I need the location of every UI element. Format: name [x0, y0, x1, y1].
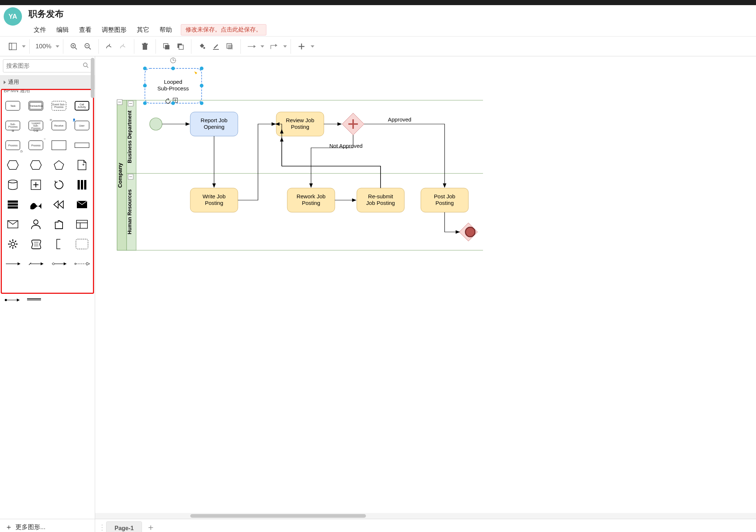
shape-group-dashed[interactable]	[72, 237, 92, 251]
menu-file[interactable]: 文件	[29, 23, 51, 36]
shape-event-subprocess[interactable]: Event Sub-Process	[49, 98, 69, 113]
triangle-right-icon	[4, 80, 6, 84]
shape-datastore[interactable]	[3, 177, 23, 192]
redo-button[interactable]	[116, 40, 130, 53]
task-resubmit-job-posting[interactable]: Re-submit Job Posting	[357, 188, 404, 212]
edge-post-end[interactable]	[445, 212, 460, 232]
waypoint-style-button[interactable]	[267, 40, 281, 53]
panel-toggle-button[interactable]	[6, 40, 20, 53]
add-page-button[interactable]: ＋	[144, 521, 157, 532]
selected-shape[interactable]: Looped Sub-Process	[143, 67, 203, 105]
shape-service-gear[interactable]	[3, 237, 23, 251]
shape-sequential-bars[interactable]	[3, 197, 23, 212]
diagram-svg[interactable]: Looped Sub-Process Company	[95, 56, 483, 334]
shape-script[interactable]	[26, 237, 46, 251]
edge-resubmit-review-body[interactable]	[282, 166, 381, 188]
chevron-down-icon[interactable]	[22, 45, 26, 48]
shape-user-icon[interactable]	[26, 217, 46, 232]
shape-receive[interactable]: Receive✉	[49, 118, 69, 133]
shape-adhoc[interactable]	[26, 197, 46, 212]
line-color-button[interactable]	[209, 40, 223, 53]
label-approved: Approved	[388, 116, 411, 123]
shape-compensation[interactable]	[49, 197, 69, 212]
shape-loop[interactable]	[49, 177, 69, 192]
sidebar-scrollbar[interactable]	[91, 58, 94, 98]
page-tab-1[interactable]: Page-1	[106, 521, 142, 532]
start-event[interactable]	[150, 118, 162, 130]
zoom-in-button[interactable]	[67, 40, 81, 53]
shape-pentagon[interactable]	[49, 158, 69, 172]
shape-conditional-flow[interactable]	[49, 256, 69, 271]
user-avatar[interactable]: YA	[4, 7, 22, 26]
shape-hexagon[interactable]	[3, 158, 23, 172]
more-shapes-button[interactable]: ＋ 更多图形...	[0, 519, 95, 532]
shape-document[interactable]	[72, 158, 92, 172]
shape-default-flow[interactable]	[26, 256, 46, 271]
search-icon[interactable]	[83, 62, 89, 70]
shape-parallel-bars[interactable]	[72, 177, 92, 192]
document-title[interactable]: 职务发布	[29, 8, 266, 20]
undo-button[interactable]	[102, 40, 116, 53]
horizontal-scrollbar[interactable]	[95, 513, 756, 519]
shape-message-filled[interactable]	[72, 197, 92, 212]
shape-plus-box[interactable]	[26, 177, 46, 192]
task-report-job-opening[interactable]: Report Job Opening	[190, 112, 238, 136]
shadow-button[interactable]	[223, 40, 237, 53]
unsaved-changes-banner[interactable]: 修改未保存。点击此处保存。	[181, 24, 266, 35]
connection-style-button[interactable]	[244, 40, 258, 53]
menu-extras[interactable]: 其它	[132, 23, 154, 36]
shape-hexagon-2[interactable]	[26, 158, 46, 172]
menu-help[interactable]: 帮助	[154, 23, 177, 36]
shape-association[interactable]	[26, 298, 42, 301]
add-button[interactable]	[295, 40, 308, 53]
shape-task[interactable]: Task	[3, 98, 23, 113]
gateway-approval[interactable]	[342, 113, 364, 135]
svg-text:Human Resources: Human Resources	[127, 189, 132, 234]
svg-line-3	[75, 48, 77, 49]
page-drag-handle[interactable]: ⋮	[98, 523, 106, 532]
chevron-down-icon[interactable]	[261, 45, 264, 48]
to-front-button[interactable]	[160, 40, 173, 53]
shape-message-flow[interactable]	[72, 256, 92, 271]
shape-business-rule[interactable]	[72, 217, 92, 232]
svg-rect-36	[8, 203, 18, 206]
task-review-job-posting[interactable]: Review Job Posting	[276, 112, 324, 136]
task-rework-job-posting[interactable]: Rework Job Posting	[287, 188, 335, 212]
zoom-level[interactable]: 100%	[33, 43, 53, 50]
to-back-button[interactable]	[173, 40, 187, 53]
menu-edit[interactable]: 编辑	[51, 23, 74, 36]
shape-process-event[interactable]: Process○	[26, 138, 46, 153]
svg-rect-1	[9, 43, 12, 50]
scrollbar-thumb[interactable]	[190, 514, 366, 518]
shape-subprocess[interactable]: Sub-Process⊞	[3, 118, 23, 133]
shape-link[interactable]	[4, 298, 20, 302]
chevron-down-icon[interactable]	[56, 45, 59, 48]
end-event[interactable]	[459, 223, 478, 241]
menu-arrange[interactable]: 调整图形	[97, 23, 132, 36]
chevron-down-icon[interactable]	[283, 45, 287, 48]
shape-manual[interactable]	[49, 217, 69, 232]
shape-annotation[interactable]	[49, 237, 69, 251]
shape-looped-subprocess[interactable]: Looped Sub-Process↻⊞	[26, 118, 46, 133]
shape-call-activity[interactable]: Call Activity	[72, 98, 92, 113]
task-post-job-posting[interactable]: Post Job Posting	[421, 188, 468, 212]
search-input[interactable]	[6, 63, 83, 69]
fill-color-button[interactable]	[195, 40, 209, 53]
shape-user[interactable]: User👤	[72, 118, 92, 133]
task-write-job-posting[interactable]: Write Job Posting	[190, 188, 238, 212]
delete-button[interactable]	[138, 40, 152, 53]
shape-transaction[interactable]: Transaction	[26, 98, 46, 113]
shape-message-outline[interactable]	[3, 217, 23, 232]
section-general[interactable]: 通用	[0, 75, 95, 89]
diagram-canvas[interactable]: Looped Sub-Process Company	[95, 56, 756, 519]
chevron-down-icon[interactable]	[311, 45, 314, 48]
menu-view[interactable]: 查看	[74, 23, 97, 36]
shape-sequence-flow[interactable]	[3, 256, 23, 271]
edge-write-review[interactable]	[238, 124, 276, 200]
shape-rectangle[interactable]	[49, 138, 69, 153]
shape-rectangle-thin[interactable]	[72, 138, 92, 153]
shape-process-timer[interactable]: Process◷	[3, 138, 23, 153]
zoom-out-button[interactable]	[81, 40, 95, 53]
edge-gateway-post[interactable]	[364, 124, 445, 187]
shape-search[interactable]	[3, 59, 92, 72]
